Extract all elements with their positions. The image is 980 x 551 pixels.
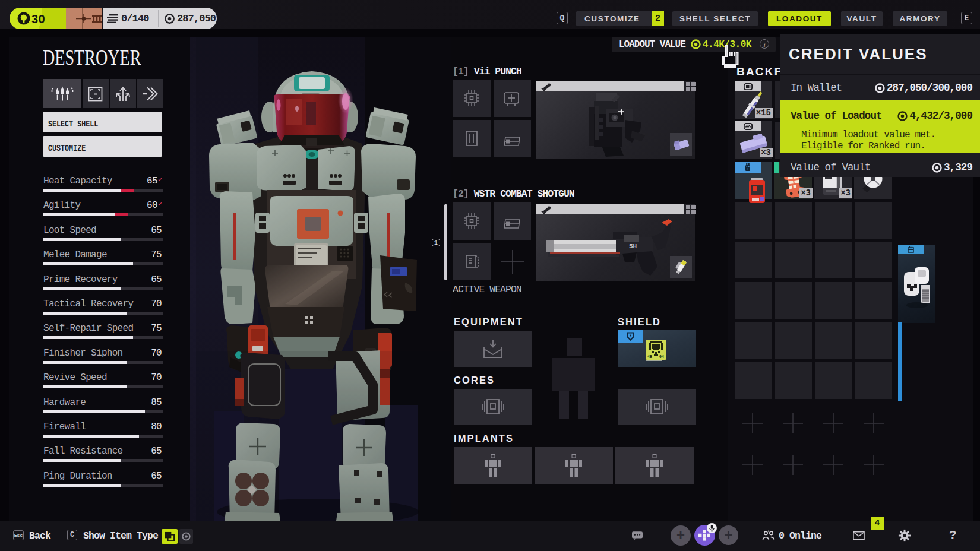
svg-text:04: 04 (659, 355, 664, 359)
svg-text:5H: 5H (629, 243, 637, 250)
svg-text:4E: 4E (647, 355, 652, 359)
